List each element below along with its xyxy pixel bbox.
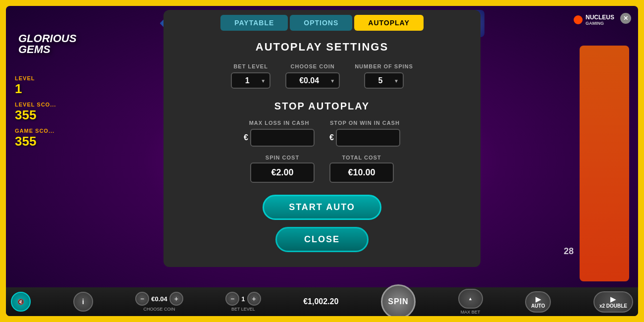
nucleus-icon: [574, 15, 583, 24]
bet-level-bottom-label: BET LEVEL: [231, 307, 255, 312]
bet-decrease-button[interactable]: −: [225, 292, 239, 306]
choose-coin-select[interactable]: €0.04: [285, 72, 340, 89]
choose-coin-bottom-group: − €0.04 + CHOOSE COIN: [135, 292, 183, 312]
num-spins-select[interactable]: 5: [364, 72, 404, 89]
tab-options[interactable]: OPTIONS: [290, 15, 352, 31]
stop-conditions-row: MAX LOSS IN CASH € STOP ON WIN IN CASH €: [178, 120, 466, 147]
window-close-button[interactable]: ✕: [620, 13, 631, 24]
balance-group: €1,002.20: [303, 297, 338, 306]
balance-value: €1,002.20: [303, 297, 338, 306]
info-group: i: [73, 292, 93, 312]
coin-increase-button[interactable]: +: [169, 292, 183, 306]
modal-tabs: PAYTABLE OPTIONS AUTOPLAY: [178, 15, 466, 31]
modal-overlay: PAYTABLE OPTIONS AUTOPLAY AUTOPLAY SETTI…: [6, 6, 638, 287]
bet-level-label: BET LEVEL: [233, 63, 268, 69]
autoplay-modal: PAYTABLE OPTIONS AUTOPLAY AUTOPLAY SETTI…: [163, 10, 481, 267]
stop-win-input[interactable]: [336, 129, 400, 147]
auto-button[interactable]: ▶ AUTO: [525, 291, 551, 313]
sound-group: 🔇: [11, 292, 31, 312]
max-loss-label: MAX LOSS IN CASH: [249, 120, 310, 126]
double-button[interactable]: ▶ x2 DOUBLE: [593, 291, 633, 313]
tab-paytable[interactable]: PAYTABLE: [220, 15, 288, 31]
spin-cost-label: SPIN COST: [266, 155, 299, 161]
nucleus-logo: NUCLEUS GAMING: [574, 14, 614, 26]
autoplay-settings-title: AUTOPLAY SETTINGS: [178, 41, 466, 54]
bet-level-select[interactable]: 1: [231, 72, 270, 89]
start-auto-button[interactable]: START AUTO: [263, 195, 381, 220]
spin-cost-value: €2.00: [250, 162, 315, 183]
total-cost-value: €10.00: [329, 162, 394, 183]
tab-autoplay[interactable]: AUTOPLAY: [354, 15, 423, 31]
total-cost-label: TOTAL COST: [342, 155, 381, 161]
coin-decrease-button[interactable]: −: [135, 292, 149, 306]
num-spins-group: NUMBER OF SPINS 5: [355, 63, 413, 89]
cost-row: SPIN COST €2.00 TOTAL COST €10.00: [178, 155, 466, 183]
bottom-bar: 🔇 i − €0.04 + CHOOSE COIN − 1 + BET LEVE…: [6, 287, 638, 316]
stop-win-euro: €: [329, 133, 334, 142]
spin-group: SPIN: [381, 284, 416, 316]
info-button[interactable]: i: [73, 292, 93, 312]
num-spins-label: NUMBER OF SPINS: [355, 63, 413, 69]
bet-level-bottom-value: 1: [241, 295, 245, 303]
max-loss-euro: €: [244, 133, 248, 142]
stop-autoplay-title: STOP AUTOPLAY: [178, 101, 466, 112]
bet-increase-button[interactable]: +: [247, 292, 261, 306]
close-modal-button[interactable]: CLOSE: [275, 227, 369, 252]
spin-button[interactable]: SPIN: [381, 284, 416, 316]
choose-coin-label: CHOOSE COIN: [291, 63, 335, 69]
choose-coin-bottom-label: CHOOSE COIN: [143, 307, 175, 312]
bet-level-bottom-group: − 1 + BET LEVEL: [225, 292, 261, 312]
stop-win-label: STOP ON WIN IN CASH: [330, 120, 400, 126]
bet-level-group: BET LEVEL 1: [231, 63, 270, 89]
coin-value: €0.04: [151, 295, 167, 303]
max-loss-group: MAX LOSS IN CASH €: [244, 120, 315, 147]
max-bet-group: ▲ MAX BET: [458, 289, 483, 315]
sound-button[interactable]: 🔇: [11, 292, 31, 312]
choose-coin-group: CHOOSE COIN €0.04: [285, 63, 340, 89]
stop-win-group: STOP ON WIN IN CASH €: [329, 120, 400, 147]
spin-cost-group: SPIN COST €2.00: [250, 155, 315, 183]
max-bet-label: MAX BET: [461, 310, 481, 315]
max-loss-input[interactable]: [250, 129, 315, 147]
game-background: GLORIOUS GEMS LEVEL 1 LEVEL SCO... 355 G…: [6, 6, 638, 316]
max-bet-button[interactable]: ▲: [458, 289, 483, 309]
total-cost-group: TOTAL COST €10.00: [329, 155, 394, 183]
settings-row: BET LEVEL 1 CHOOSE COIN €0.04: [178, 63, 466, 89]
